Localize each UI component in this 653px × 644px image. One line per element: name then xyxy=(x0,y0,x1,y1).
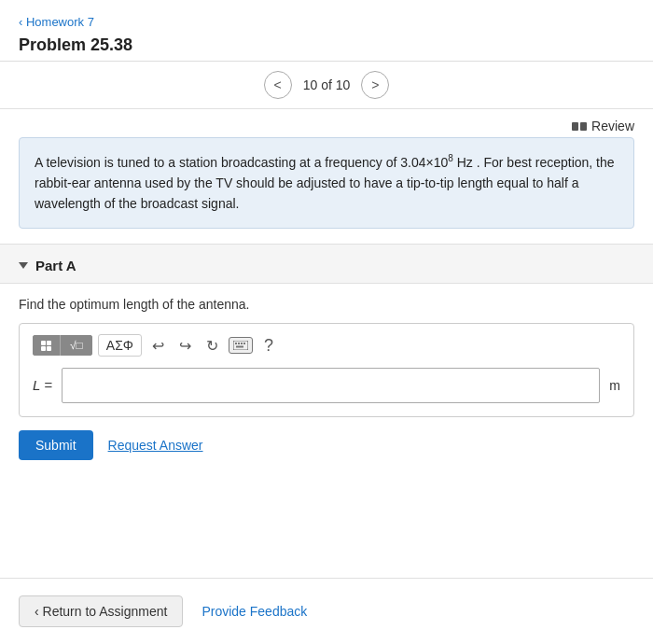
answer-toolbar-box: √□ ΑΣΦ ↩ ↪ ↻ ? xyxy=(19,323,634,417)
review-label: Review xyxy=(591,119,634,133)
review-icon xyxy=(572,122,587,131)
help-button[interactable]: ? xyxy=(258,333,279,358)
svg-rect-0 xyxy=(233,341,248,350)
svg-rect-1 xyxy=(235,343,237,344)
symbol-button[interactable]: ΑΣΦ xyxy=(98,334,142,357)
matrix-icon xyxy=(40,340,52,352)
matrix-button[interactable] xyxy=(33,335,61,356)
svg-rect-4 xyxy=(243,343,245,344)
svg-rect-3 xyxy=(241,343,243,344)
svg-rect-5 xyxy=(236,346,243,348)
undo-button[interactable]: ↩ xyxy=(147,334,169,357)
review-bar: Review xyxy=(0,109,653,137)
header: ‹ Homework 7 Problem 25.38 xyxy=(0,0,653,62)
answer-input[interactable] xyxy=(62,368,600,403)
keyboard-icon-svg xyxy=(233,341,248,350)
input-row: L = m xyxy=(33,368,620,403)
problem-text-box: A television is tuned to a station broad… xyxy=(19,137,634,229)
sqrt-button[interactable]: √□ xyxy=(61,335,92,356)
prev-button[interactable]: < xyxy=(264,71,292,99)
problem-title: Problem 25.38 xyxy=(19,35,634,55)
svg-rect-2 xyxy=(238,343,240,344)
feedback-button[interactable]: Provide Feedback xyxy=(201,604,307,619)
collapse-icon[interactable] xyxy=(19,262,28,269)
part-a-header: Part A xyxy=(19,258,634,273)
return-button[interactable]: ‹ Return to Assignment xyxy=(19,595,183,627)
part-a-section: Part A xyxy=(0,245,653,284)
navigation-bar: < 10 of 10 > xyxy=(0,62,653,109)
nav-count: 10 of 10 xyxy=(303,77,351,92)
back-link[interactable]: ‹ Homework 7 xyxy=(19,15,94,29)
review-button[interactable]: Review xyxy=(572,119,634,133)
keyboard-button[interactable] xyxy=(229,337,253,354)
refresh-button[interactable]: ↻ xyxy=(201,334,223,357)
math-btn-group: √□ xyxy=(33,335,92,356)
part-a-label: Part A xyxy=(35,258,76,273)
redo-button[interactable]: ↪ xyxy=(174,334,196,357)
instruction-text: Find the optimum length of the antenna. xyxy=(19,297,634,312)
next-button[interactable]: > xyxy=(361,71,389,99)
request-answer-button[interactable]: Request Answer xyxy=(108,438,203,453)
submit-row: Submit Request Answer xyxy=(19,430,634,460)
input-label: L = xyxy=(33,377,52,393)
unit-label: m xyxy=(609,378,620,393)
submit-button[interactable]: Submit xyxy=(19,430,93,460)
problem-text-part1: A television is tuned to a station broad… xyxy=(35,155,448,170)
bottom-bar: ‹ Return to Assignment Provide Feedback xyxy=(0,578,653,644)
answer-section: Find the optimum length of the antenna. … xyxy=(0,284,653,475)
toolbar-row: √□ ΑΣΦ ↩ ↪ ↻ ? xyxy=(33,333,620,358)
